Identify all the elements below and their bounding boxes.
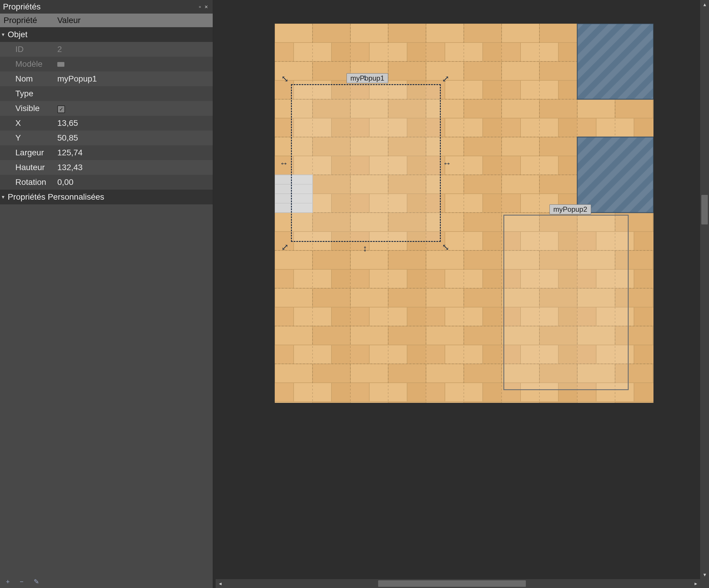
remove-property-button[interactable]: − (20, 578, 24, 586)
caret-down-icon: ▾ (2, 194, 8, 200)
section-object-label: Objet (8, 30, 27, 39)
object-mypopup2[interactable] (503, 215, 629, 390)
prop-height-label: Hauteur (0, 163, 56, 172)
prop-template-label: Modèle (0, 59, 56, 69)
canvas-area: myPopup2 myPopup1 ⤡ ↕ ⤢ ↔ ↔ ⤢ ↕ ⤡ ▴ ▾ (213, 0, 709, 588)
prop-row-name[interactable]: Nom myPopup1 (0, 72, 213, 86)
prop-width-label: Largeur (0, 148, 56, 157)
vertical-scrollbar[interactable]: ▴ ▾ (700, 0, 709, 579)
resize-handle-e[interactable]: ↔ (443, 159, 451, 168)
prop-y-value[interactable]: 50,85 (56, 133, 213, 143)
app-root: Propriétés ▫ × Propriété Valeur ▾ Objet … (0, 0, 709, 588)
edit-property-button[interactable]: ✎ (34, 578, 39, 586)
prop-row-height[interactable]: Hauteur 132,43 (0, 160, 213, 175)
prop-x-value[interactable]: 13,65 (56, 118, 213, 128)
scroll-down-icon[interactable]: ▾ (700, 570, 709, 579)
resize-handle-w[interactable]: ↔ (280, 159, 288, 168)
prop-row-width[interactable]: Largeur 125,74 (0, 145, 213, 160)
prop-visible-label: Visible (0, 104, 56, 113)
horizontal-scrollbar[interactable]: ◂ ▸ (216, 579, 700, 588)
hscroll-track[interactable] (225, 579, 691, 588)
header-value[interactable]: Valeur (56, 16, 213, 25)
panel-titlebar[interactable]: Propriétés ▫ × (0, 0, 213, 14)
panel-footer: + − ✎ (0, 576, 213, 588)
prop-type-label: Type (0, 89, 56, 98)
panel-undock-icon[interactable]: ▫ (197, 3, 203, 10)
section-object[interactable]: ▾ Objet (0, 27, 213, 42)
hscroll-thumb[interactable] (378, 580, 526, 587)
add-property-button[interactable]: + (6, 578, 10, 586)
prop-visible-value[interactable]: ✓ (56, 104, 213, 113)
vscroll-track[interactable] (700, 9, 709, 570)
resize-handle-s[interactable]: ↕ (363, 244, 367, 253)
prop-rotation-label: Rotation (0, 178, 56, 187)
section-custom-label: Propriétés Personnalisées (8, 192, 104, 202)
section-custom-props[interactable]: ▾ Propriétés Personnalisées (0, 190, 213, 204)
prop-width-value[interactable]: 125,74 (56, 148, 213, 157)
vscroll-thumb[interactable] (701, 195, 708, 224)
map-viewport[interactable]: myPopup2 myPopup1 ⤡ ↕ ⤢ ↔ ↔ ⤢ ↕ ⤡ (216, 0, 700, 579)
resize-handle-nw[interactable]: ⤡ (281, 74, 289, 83)
prop-row-rotation[interactable]: Rotation 0,00 (0, 175, 213, 190)
resize-handle-sw[interactable]: ⤢ (281, 243, 289, 251)
prop-height-value[interactable]: 132,43 (56, 163, 213, 172)
svg-rect-27 (577, 24, 654, 99)
panel-title: Propriétés (3, 2, 41, 11)
prop-row-type[interactable]: Type (0, 86, 213, 101)
caret-down-icon: ▾ (2, 31, 8, 38)
resize-handle-ne[interactable]: ⤢ (442, 74, 449, 83)
resize-handle-n[interactable]: ↕ (363, 73, 367, 82)
prop-row-visible[interactable]: Visible ✓ (0, 101, 213, 116)
properties-panel: Propriétés ▫ × Propriété Valeur ▾ Objet … (0, 0, 213, 588)
visible-checkbox[interactable]: ✓ (57, 105, 65, 113)
prop-id-value: 2 (56, 45, 213, 54)
prop-row-y[interactable]: Y 50,85 (0, 131, 213, 145)
prop-row-id[interactable]: ID 2 (0, 42, 213, 57)
prop-y-label: Y (0, 133, 56, 143)
prop-name-label: Nom (0, 74, 56, 84)
prop-row-template[interactable]: Modèle (0, 57, 213, 72)
prop-rotation-value[interactable]: 0,00 (56, 178, 213, 187)
prop-template-value[interactable] (56, 59, 213, 69)
tilemap[interactable]: myPopup2 myPopup1 ⤡ ↕ ⤢ ↔ ↔ ⤢ ↕ ⤡ (275, 24, 654, 403)
scroll-right-icon[interactable]: ▸ (691, 579, 700, 588)
scroll-up-icon[interactable]: ▴ (700, 0, 709, 9)
scroll-left-icon[interactable]: ◂ (216, 579, 225, 588)
object-label-mypopup2[interactable]: myPopup2 (550, 204, 591, 214)
properties-header: Propriété Valeur (0, 14, 213, 27)
prop-x-label: X (0, 118, 56, 128)
svg-rect-28 (577, 137, 654, 213)
prop-id-label: ID (0, 45, 56, 54)
prop-name-value[interactable]: myPopup1 (56, 74, 213, 84)
object-label-mypopup1[interactable]: myPopup1 (346, 73, 388, 83)
resize-handle-se[interactable]: ⤡ (442, 243, 449, 251)
prop-row-x[interactable]: X 13,65 (0, 116, 213, 131)
header-property[interactable]: Propriété (0, 16, 56, 25)
panel-close-icon[interactable]: × (203, 3, 210, 10)
template-placeholder-icon (57, 62, 64, 67)
scroll-corner (700, 579, 709, 588)
